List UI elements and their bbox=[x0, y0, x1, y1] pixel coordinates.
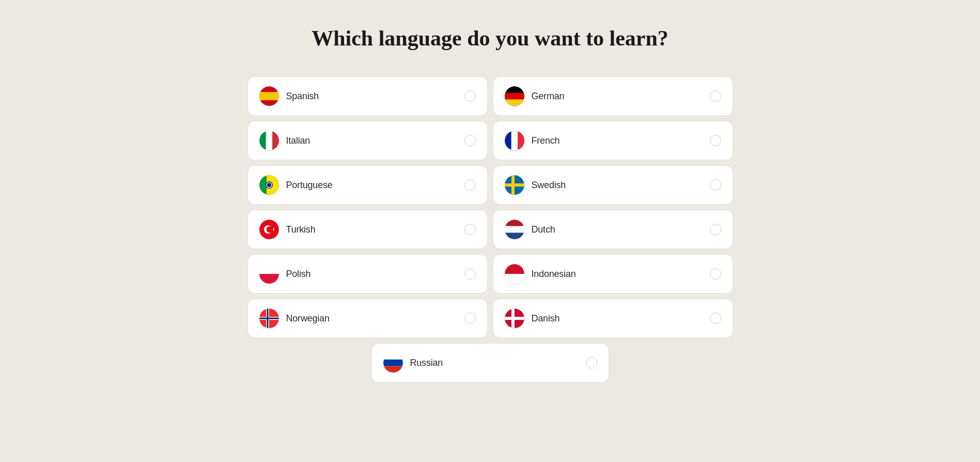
flag-turkish bbox=[259, 220, 279, 239]
flag-danish bbox=[505, 309, 524, 328]
flag-french bbox=[505, 131, 524, 150]
radio-french[interactable] bbox=[710, 135, 721, 146]
language-option-polish[interactable]: Polish bbox=[247, 254, 488, 294]
radio-danish[interactable] bbox=[710, 313, 721, 324]
svg-rect-43 bbox=[259, 318, 279, 319]
svg-rect-13 bbox=[518, 131, 524, 150]
svg-rect-12 bbox=[511, 131, 518, 150]
flag-russian bbox=[383, 353, 403, 373]
svg-rect-4 bbox=[505, 93, 524, 100]
language-option-spanish[interactable]: Spanish bbox=[247, 76, 488, 116]
svg-rect-36 bbox=[505, 264, 524, 274]
svg-rect-5 bbox=[505, 99, 524, 106]
language-name-indonesian: Indonesian bbox=[532, 269, 576, 280]
svg-rect-51 bbox=[383, 366, 403, 373]
language-option-norwegian[interactable]: Norwegian bbox=[247, 299, 488, 338]
language-option-swedish[interactable]: Swedish bbox=[493, 165, 733, 205]
svg-rect-37 bbox=[505, 274, 524, 284]
language-name-dutch: Dutch bbox=[532, 224, 555, 235]
svg-rect-9 bbox=[272, 131, 279, 150]
flag-norwegian bbox=[259, 309, 279, 328]
flag-polish bbox=[259, 264, 279, 284]
language-grid: Spanish German Italian French Portuguese bbox=[247, 76, 733, 382]
language-name-portuguese: Portuguese bbox=[286, 180, 333, 191]
language-name-polish: Polish bbox=[286, 269, 311, 280]
page-title: Which language do you want to learn? bbox=[312, 26, 668, 51]
radio-german[interactable] bbox=[710, 90, 721, 102]
svg-rect-8 bbox=[266, 131, 272, 150]
language-option-dutch[interactable]: Dutch bbox=[493, 210, 733, 249]
svg-rect-49 bbox=[383, 353, 403, 360]
language-name-russian: Russian bbox=[410, 358, 443, 368]
language-option-indonesian[interactable]: Indonesian bbox=[493, 254, 733, 294]
radio-polish[interactable] bbox=[464, 268, 476, 280]
svg-rect-1 bbox=[259, 92, 279, 100]
flag-swedish bbox=[505, 175, 524, 195]
flag-spanish bbox=[259, 86, 279, 106]
language-option-turkish[interactable]: Turkish bbox=[247, 210, 488, 249]
svg-rect-50 bbox=[383, 360, 403, 366]
svg-rect-47 bbox=[505, 317, 524, 320]
svg-point-19 bbox=[267, 183, 271, 187]
svg-rect-33 bbox=[259, 264, 279, 274]
language-option-portuguese[interactable]: Portuguese bbox=[247, 165, 488, 205]
language-name-norwegian: Norwegian bbox=[286, 313, 330, 324]
language-name-spanish: Spanish bbox=[286, 91, 319, 102]
svg-point-26 bbox=[266, 226, 273, 233]
language-name-swedish: Swedish bbox=[532, 180, 566, 191]
language-name-french: French bbox=[532, 135, 560, 146]
radio-italian[interactable] bbox=[464, 135, 476, 146]
flag-italian bbox=[259, 131, 279, 150]
svg-rect-31 bbox=[505, 233, 524, 239]
svg-rect-29 bbox=[505, 220, 524, 226]
radio-portuguese[interactable] bbox=[464, 179, 476, 191]
radio-spanish[interactable] bbox=[464, 90, 476, 102]
svg-rect-30 bbox=[505, 226, 524, 233]
flag-portuguese bbox=[259, 175, 279, 195]
language-option-german[interactable]: German bbox=[493, 76, 733, 116]
language-option-italian[interactable]: Italian bbox=[247, 121, 488, 160]
svg-rect-23 bbox=[505, 183, 524, 187]
language-option-french[interactable]: French bbox=[493, 121, 733, 160]
flag-dutch bbox=[505, 220, 524, 239]
radio-turkish[interactable] bbox=[464, 224, 476, 235]
language-name-turkish: Turkish bbox=[286, 224, 316, 235]
language-option-center-wrapper: Russian bbox=[247, 343, 733, 382]
language-name-italian: Italian bbox=[286, 135, 310, 146]
language-name-danish: Danish bbox=[532, 313, 560, 324]
radio-indonesian[interactable] bbox=[710, 268, 721, 280]
radio-swedish[interactable] bbox=[710, 179, 721, 191]
language-option-russian[interactable]: Russian bbox=[371, 343, 609, 382]
flag-german bbox=[505, 86, 524, 106]
radio-norwegian[interactable] bbox=[464, 313, 476, 324]
radio-dutch[interactable] bbox=[710, 224, 721, 235]
flag-indonesian bbox=[505, 264, 524, 284]
language-option-danish[interactable]: Danish bbox=[493, 299, 733, 338]
radio-russian[interactable] bbox=[586, 357, 597, 368]
svg-rect-34 bbox=[259, 274, 279, 284]
language-name-german: German bbox=[532, 91, 565, 102]
